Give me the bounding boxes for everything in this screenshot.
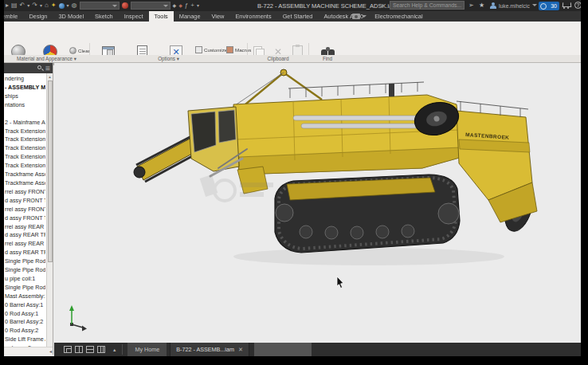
home-icon[interactable]: ⌂	[45, 1, 49, 10]
browser-header: ☰	[4, 63, 53, 73]
title-overflow-icon[interactable]: ▸	[382, 2, 384, 8]
ribbon-tab[interactable]: Manage	[174, 11, 206, 22]
scroll-corner-icon[interactable]: ◂	[49, 348, 52, 354]
viewport-3d[interactable]: MASTENBROEK	[54, 63, 581, 343]
hamburger-menu-icon[interactable]: ☰	[45, 64, 50, 73]
titlebar: ▸ ▤ ↶▾ ↷▾ ⌂ ✦ ▾ ◍ ◆ ◆ ƒ + ▾ B-722 - ASSE…	[4, 0, 581, 11]
search-input[interactable]: Search Help & Commands...	[390, 1, 465, 10]
browser-row[interactable]: Track Extension Ass	[5, 153, 45, 162]
sphere-dropdown-icon[interactable]: ▾	[67, 1, 69, 10]
browser-row[interactable]: 2 - Mainframe Ass	[5, 119, 45, 128]
browser-row[interactable]: ntations	[5, 101, 45, 110]
browser-row[interactable]: d assy FRONT TRAC	[5, 197, 45, 206]
ribbon-tab[interactable]: Electromechanical	[369, 11, 428, 22]
browser-row[interactable]: Single Pipe Rod Ass	[5, 266, 45, 275]
cart-icon[interactable]	[563, 2, 570, 9]
clear-sphere-icon	[69, 47, 76, 54]
globe-icon[interactable]: ◍	[72, 1, 77, 10]
appearance-combobox[interactable]	[131, 2, 171, 10]
browser-row[interactable]: 0 Barrel Assy:2	[5, 318, 45, 327]
appearance-sphere-icon[interactable]	[122, 2, 128, 9]
tab-document-active[interactable]: B-722 - ASSEMB...iam ✕	[170, 343, 249, 356]
machine-model: MASTENBROEK	[54, 63, 581, 343]
browser-row[interactable]: - ASSEMBLY MACH	[5, 84, 45, 92]
material-sphere-icon[interactable]	[59, 3, 65, 9]
ribbon-display-toggle[interactable]	[352, 13, 367, 20]
ribbon-tab[interactable]: Design	[23, 11, 53, 22]
browser-row[interactable]: 0 Rod Assy:1	[5, 310, 45, 319]
browser-row[interactable]: rrel assy REAR TRA	[5, 223, 45, 232]
browser-row[interactable]: Track Extension Ass	[5, 135, 45, 144]
browser-row[interactable]: Single Pipe Rod Ass	[5, 284, 45, 292]
app-logo-icon[interactable]: ▸	[6, 1, 9, 10]
customize-button[interactable]: Customize	[195, 46, 227, 53]
group-label-material[interactable]: Material and Appearance ▾	[4, 56, 89, 61]
search-send-icon[interactable]: ➢	[468, 2, 474, 10]
browser-row[interactable]: Side Lift Frame Ass	[5, 336, 45, 344]
browser-row[interactable]: rrel assy FRONT TR	[5, 206, 45, 214]
undo-icon[interactable]: ↶	[20, 1, 25, 10]
plus-icon[interactable]: +	[190, 1, 194, 10]
browser-row[interactable]: Mast Assembly:1	[5, 292, 45, 301]
close-icon[interactable]: ✕	[238, 343, 243, 356]
browser-row[interactable]: d assy FRONT TRAC	[5, 214, 45, 223]
new-icon[interactable]: ✦	[51, 1, 57, 10]
ribbon-tab[interactable]: 3D Model	[53, 11, 89, 22]
quick-access-toolbar: ▸ ▤ ↶▾ ↷▾ ⌂ ✦ ▾ ◍ ◆ ◆ ƒ + ▾	[6, 1, 199, 10]
ribbon-tab[interactable]: Inspect	[119, 11, 149, 22]
adjust-mini-icon[interactable]: ◆	[173, 1, 177, 10]
fx-icon[interactable]: ƒ	[185, 1, 188, 10]
ribbon-tab[interactable]: Sketch	[89, 11, 119, 22]
chevron-down-icon	[362, 15, 367, 20]
browser-row[interactable]: 0 Rod Assy:2	[5, 327, 45, 336]
browser-scrollbar[interactable]: ▴	[46, 73, 53, 347]
browser-row[interactable]: Track Extension Gui	[5, 128, 45, 136]
browser-row[interactable]: 0 Barrel Assy:1	[5, 301, 45, 310]
favorites-star-icon[interactable]: ★	[479, 2, 484, 10]
ribbon-tab[interactable]: View	[206, 11, 230, 22]
collapse-bar-icon[interactable]: ▲	[112, 347, 116, 352]
browser-horizontal-scrollbar[interactable]: ◂	[4, 347, 53, 355]
user-avatar-icon[interactable]	[490, 2, 496, 9]
browser-row[interactable]: Track Extension Ass	[5, 162, 45, 171]
browser-row[interactable]: Track Extension Ass	[5, 144, 45, 153]
material-combobox[interactable]	[80, 2, 120, 10]
window-cascade-icon[interactable]	[64, 346, 72, 353]
screenshot-frame: ▸ ▤ ↶▾ ↷▾ ⌂ ✦ ▾ ◍ ◆ ◆ ƒ + ▾ B-722 - ASSE…	[0, 0, 588, 365]
window-tile-horizontal-icon[interactable]	[86, 346, 94, 353]
clear-mini-icon[interactable]: ◆	[178, 1, 182, 10]
search-icon[interactable]	[37, 65, 41, 69]
browser-row[interactable]: ships	[5, 92, 45, 101]
group-label-options[interactable]: Options ▾	[90, 56, 247, 61]
help-icon[interactable]: ?	[574, 2, 581, 9]
ribbon-tab[interactable]: Get Started	[277, 11, 319, 22]
ribbon-tab-row: AssembleDesign3D ModelSketchInspectTools…	[4, 11, 581, 22]
document-tab-bar: ▲ My Home B-722 - ASSEMB...iam ✕	[54, 343, 581, 356]
tab-my-home[interactable]: My Home	[127, 343, 167, 356]
browser-row[interactable]: ndering	[5, 75, 45, 84]
undo-dropdown-icon[interactable]: ▾	[27, 1, 29, 10]
qat-customize-icon[interactable]: ▾	[197, 1, 199, 10]
window-tile-vertical-icon[interactable]	[75, 346, 83, 353]
browser-row[interactable]: Trackframe Assemb	[5, 179, 45, 188]
scrollbar-thumb[interactable]	[48, 80, 53, 262]
scroll-up-icon[interactable]: ▴	[47, 73, 53, 80]
ribbon-tab[interactable]: Tools	[149, 11, 174, 22]
user-dropdown-icon[interactable]	[532, 4, 537, 9]
ribbon-tab[interactable]: Assemble	[4, 11, 23, 22]
browser-row[interactable]: d assy REAR TRACK	[5, 249, 45, 257]
username-label[interactable]: luke.mihelcic	[499, 3, 530, 9]
redo-icon[interactable]: ↷	[32, 1, 37, 10]
redo-dropdown-icon[interactable]: ▾	[40, 1, 42, 10]
save-icon[interactable]: ▤	[11, 1, 18, 10]
browser-row[interactable]: u pipe coil:1	[5, 275, 45, 284]
window-columns-icon[interactable]	[97, 346, 105, 353]
browser-row[interactable]: d assy REAR TRACK	[5, 231, 45, 240]
browser-row[interactable]: rrel assy REAR TRA	[5, 240, 45, 249]
ribbon-tab[interactable]: Environments	[229, 11, 276, 22]
browser-row[interactable]: Trackframe Assemb	[5, 171, 45, 179]
clear-button[interactable]: Clear	[69, 47, 90, 54]
browser-row[interactable]: Single Pipe Rod Ass	[5, 257, 45, 266]
browser-row[interactable]: rrel assy FRONT TR	[5, 188, 45, 197]
trial-days-badge[interactable]: 30	[539, 2, 559, 10]
